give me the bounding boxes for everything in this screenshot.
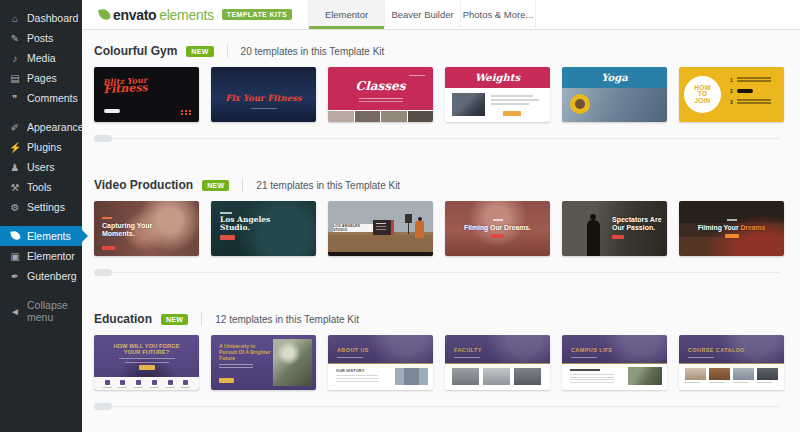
photo-tiles bbox=[452, 368, 541, 385]
sidebar-item-pages[interactable]: ▤ Pages bbox=[0, 68, 82, 88]
wp-admin-sidebar: ⌂ Dashboard ✎ Posts ♪ Media ▤ Pages ❞ Co… bbox=[0, 0, 82, 432]
tools-icon: ⚒ bbox=[9, 182, 21, 193]
sidebar-item-plugins[interactable]: ⚡ Plugins bbox=[0, 137, 82, 157]
thumbnail-title: Fix Your Fitness bbox=[211, 67, 316, 122]
elementor-icon: ▣ bbox=[9, 251, 21, 262]
sidebar-item-elementor[interactable]: ▣ Elementor bbox=[0, 246, 82, 266]
thumbnail-title: ABOUT US bbox=[337, 347, 369, 353]
new-badge: NEW bbox=[186, 46, 213, 57]
template-thumbnail-fix-your-fitness[interactable]: Fix Your Fitness bbox=[211, 67, 316, 122]
thumbnail-title: Weights bbox=[445, 67, 550, 88]
horizontal-scrollbar[interactable] bbox=[94, 135, 780, 142]
template-row: Blitz Your Fitness Fix Your Fitness Clas… bbox=[94, 67, 788, 122]
thumbnail-title: CAMPUS LIFE bbox=[571, 347, 613, 353]
envato-elements-logo: envatoelements TEMPLATE KITS bbox=[82, 0, 308, 29]
button-placeholder bbox=[104, 109, 120, 113]
plugins-icon: ⚡ bbox=[9, 142, 21, 153]
text-line bbox=[251, 108, 277, 109]
template-row: HOW WILL YOU FORGE YOUR FUTURE? A bbox=[94, 335, 788, 390]
sidebar-item-label: Appearance bbox=[27, 121, 84, 133]
header-divider bbox=[201, 312, 202, 326]
photo-placeholder bbox=[395, 368, 428, 385]
template-thumbnail-how-to-join[interactable]: HOW TO JOIN 1 2 3 bbox=[679, 67, 784, 122]
template-thumbnail-campus-life[interactable]: CAMPUS LIFE bbox=[562, 335, 667, 390]
template-thumbnail-spectators[interactable]: Spectators Are Our Passion. bbox=[562, 201, 667, 256]
label-tag bbox=[102, 217, 112, 219]
circle-photo-badge bbox=[570, 94, 590, 114]
sidebar-item-label: Elementor bbox=[27, 250, 75, 262]
scrollbar-thumb[interactable] bbox=[94, 269, 112, 276]
kit-count: 20 templates in this Template Kit bbox=[241, 46, 385, 57]
sidebar-item-elements[interactable]: Elements bbox=[0, 226, 82, 246]
numbered-list: 1 2 3 bbox=[730, 77, 771, 110]
scrollbar-track[interactable] bbox=[94, 272, 780, 273]
template-thumbnail-yoga[interactable]: Yoga bbox=[562, 67, 667, 122]
template-kits-badge: TEMPLATE KITS bbox=[222, 9, 292, 20]
template-thumbnail-course-catalog[interactable]: COURSE CATALOG bbox=[679, 335, 784, 390]
kit-section-video-production: Video Production NEW 21 templates in thi… bbox=[94, 176, 788, 276]
scrollbar-thumb[interactable] bbox=[94, 403, 112, 410]
purple-header-band: CAMPUS LIFE bbox=[562, 335, 667, 364]
sidebar-item-label: Pages bbox=[27, 72, 57, 84]
template-thumbnail-filming-your-dreams[interactable]: Filming Your Dreams bbox=[679, 201, 784, 256]
template-thumbnail-faculty[interactable]: FACULTY bbox=[445, 335, 550, 390]
sidebar-item-gutenberg[interactable]: ✒ Gutenberg bbox=[0, 266, 82, 286]
sidebar-item-settings[interactable]: ⚙ Settings bbox=[0, 197, 82, 217]
tab-elementor[interactable]: Elementor bbox=[308, 0, 384, 29]
kit-count: 12 templates in this Template Kit bbox=[215, 314, 359, 325]
button-placeholder bbox=[102, 246, 115, 250]
thumbnail-title: Blitz Your Fitness bbox=[103, 76, 148, 94]
kit-section-header: Colourful Gym NEW 20 templates in this T… bbox=[94, 42, 788, 60]
text-line bbox=[119, 358, 175, 359]
template-kits-content: Colourful Gym NEW 20 templates in this T… bbox=[82, 30, 800, 410]
template-thumbnail-desert-shoot[interactable]: LOS ANGELES STUDIO bbox=[328, 201, 433, 256]
decorative-dots bbox=[181, 110, 183, 112]
envato-leaf-icon bbox=[98, 8, 111, 21]
scrollbar-track[interactable] bbox=[94, 406, 780, 407]
tab-beaver-builder[interactable]: Beaver Builder bbox=[384, 0, 460, 29]
horizontal-scrollbar[interactable] bbox=[94, 269, 780, 276]
sidebar-item-appearance[interactable]: ✐ Appearance bbox=[0, 117, 82, 137]
button-placeholder bbox=[737, 89, 753, 93]
new-badge: NEW bbox=[202, 180, 229, 191]
template-thumbnail-filming-our-dreams[interactable]: Filming Our Dreams. bbox=[445, 201, 550, 256]
template-thumbnail-los-angeles-studio[interactable]: Los Angeles Studio. bbox=[211, 201, 316, 256]
template-thumbnail-classes[interactable]: Classes bbox=[328, 67, 433, 122]
text-line bbox=[125, 362, 169, 363]
scrollbar-track[interactable] bbox=[94, 138, 780, 139]
template-thumbnail-university-pursuit[interactable]: A University in Pursuit Of A Brighter Fu… bbox=[211, 335, 316, 390]
tab-photos-and-more[interactable]: Photos & More... bbox=[460, 0, 536, 29]
scrollbar-thumb[interactable] bbox=[94, 135, 112, 142]
sidebar-item-tools[interactable]: ⚒ Tools bbox=[0, 177, 82, 197]
photo-placeholder bbox=[628, 367, 662, 385]
sidebar-item-label: Collapse menu bbox=[27, 299, 82, 323]
sidebar-item-comments[interactable]: ❞ Comments bbox=[0, 88, 82, 108]
template-thumbnail-forge-your-future[interactable]: HOW WILL YOU FORGE YOUR FUTURE? bbox=[94, 335, 199, 390]
sidebar-item-media[interactable]: ♪ Media bbox=[0, 48, 82, 68]
thumbnail-title: LOS ANGELES STUDIO bbox=[333, 224, 373, 232]
template-thumbnail-blitz-your-fitness[interactable]: Blitz Your Fitness bbox=[94, 67, 199, 122]
template-thumbnail-capturing-your-moments[interactable]: Capturing Your Moments. bbox=[94, 201, 199, 256]
collapse-icon: ◄ bbox=[9, 306, 21, 317]
photo-placeholder bbox=[273, 339, 312, 386]
sidebar-item-collapse-menu[interactable]: ◄ Collapse menu bbox=[0, 295, 82, 327]
kit-section-education: Education NEW 12 templates in this Templ… bbox=[94, 310, 788, 410]
footer-strip bbox=[328, 252, 433, 256]
sidebar-item-users[interactable]: ♟ Users bbox=[0, 157, 82, 177]
sidebar-item-label: Elements bbox=[27, 230, 71, 242]
template-row: Capturing Your Moments. Los Angeles Stud… bbox=[94, 201, 788, 256]
sidebar-item-label: Dashboard bbox=[27, 12, 78, 24]
template-thumbnail-weights[interactable]: Weights bbox=[445, 67, 550, 122]
sidebar-item-dashboard[interactable]: ⌂ Dashboard bbox=[0, 8, 82, 28]
template-thumbnail-about-us[interactable]: ABOUT US OUR HISTORY bbox=[328, 335, 433, 390]
kit-section-header: Education NEW 12 templates in this Templ… bbox=[94, 310, 788, 328]
kit-section-header: Video Production NEW 21 templates in thi… bbox=[94, 176, 788, 194]
horizontal-scrollbar[interactable] bbox=[94, 403, 780, 410]
kit-title: Colourful Gym bbox=[94, 44, 177, 58]
sidebar-item-posts[interactable]: ✎ Posts bbox=[0, 28, 82, 48]
label-tag bbox=[220, 212, 232, 214]
thumbnail-title: Spectators Are Our Passion. bbox=[612, 216, 662, 231]
thumbnail-title: Filming Our Dreams. bbox=[464, 224, 531, 231]
thumbnail-title: Los Angeles Studio. bbox=[220, 216, 270, 232]
text-panel bbox=[373, 220, 394, 235]
